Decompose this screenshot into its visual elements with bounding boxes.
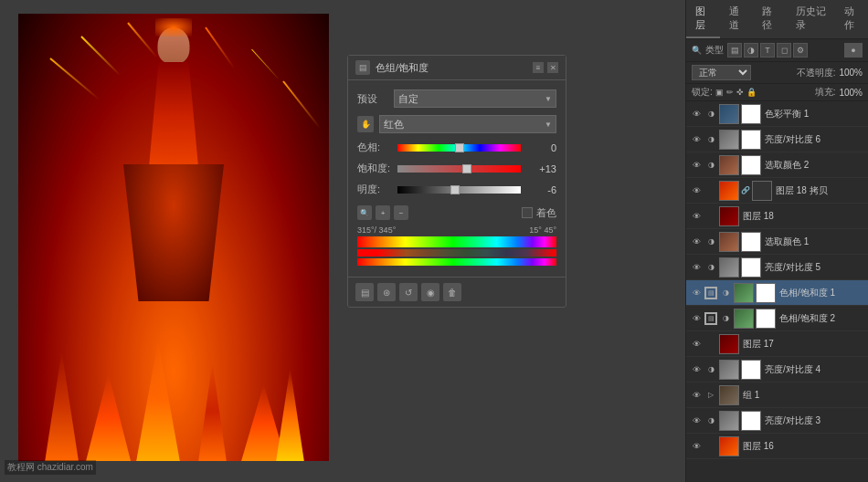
hue-value: 0 (524, 142, 556, 153)
delete-icon[interactable]: 🗑 (443, 283, 461, 301)
layer-item[interactable]: 👁 🔗 图层 18 拷贝 (686, 178, 868, 204)
fill-label: 填充: (815, 86, 836, 99)
layer-name: 亮度/对比度 4 (763, 363, 864, 376)
panel-controls[interactable]: ≡ ✕ (533, 62, 558, 73)
layer-thumbnail (719, 385, 739, 405)
preset-dropdown[interactable]: 自定 ▼ (394, 89, 556, 108)
saturation-row: 饱和度: +13 (357, 162, 556, 175)
layer-mask-thumbnail (741, 411, 761, 431)
eyedropper-minus-icon[interactable]: − (394, 205, 408, 220)
layer-eye-icon[interactable]: 👁 (690, 440, 703, 453)
layer-name: 图层 16 (741, 440, 864, 453)
panel-body: 预设 自定 ▼ ✋ 红色 ▼ 色相: (348, 80, 566, 277)
tab-channels[interactable]: 通道 (720, 0, 754, 38)
eye-icon[interactable]: ◉ (421, 283, 439, 301)
lock-transparent-icon[interactable]: ▣ (715, 88, 724, 97)
link-icon[interactable]: ⊛ (377, 283, 396, 301)
filter-toggle-btn[interactable]: ● (844, 43, 863, 58)
tab-actions[interactable]: 动作 (835, 0, 869, 38)
layer-eye-icon[interactable]: 👁 (690, 159, 703, 172)
layer-eye-icon[interactable]: 👁 (690, 236, 703, 248)
hue-slider-track[interactable] (397, 142, 521, 153)
layer-item[interactable]: 👁 ▷ 组 1 (686, 382, 868, 408)
lock-move-icon[interactable]: ✜ (736, 88, 744, 97)
layer-item[interactable]: 👁 ◑ 色彩平衡 1 (686, 101, 868, 127)
hand-tool-icon[interactable]: ✋ (357, 116, 374, 132)
canvas-area: ▤ 色组/饱和度 ≡ ✕ 预设 自定 ▼ ✋ 红色 (0, 0, 685, 482)
preset-value: 自定 (398, 92, 418, 106)
tab-history[interactable]: 历史记录 (787, 0, 835, 38)
colorize-checkbox[interactable] (522, 207, 533, 218)
layer-item[interactable]: 👁 图层 16 (686, 434, 868, 459)
layer-thumbnail (719, 411, 739, 431)
tab-layers[interactable]: 图层 (686, 0, 720, 38)
layer-eye-icon[interactable]: 👁 (690, 389, 703, 402)
saturation-slider-thumb[interactable] (462, 164, 471, 173)
layer-eye-icon[interactable]: 👁 (690, 108, 703, 120)
layer-name: 亮度/对比度 6 (763, 133, 864, 146)
hue-slider-thumb[interactable] (455, 143, 464, 152)
eyedropper-plus-icon[interactable]: + (376, 205, 390, 220)
layer-item[interactable]: 👁 图层 18 (686, 204, 868, 229)
panel-menu-btn[interactable]: ≡ (533, 62, 544, 73)
layer-eye-icon[interactable]: 👁 (690, 261, 703, 274)
channel-dropdown[interactable]: 红色 ▼ (379, 115, 556, 133)
layer-thumbnail (719, 206, 739, 226)
reset-icon[interactable]: ↺ (399, 283, 418, 301)
saturation-slider-track[interactable] (397, 163, 521, 174)
layer-item[interactable]: 👁 ◑ 选取颜色 2 (686, 152, 868, 178)
lock-paint-icon[interactable]: ✏ (726, 88, 734, 97)
color-range-header: 🔍 + − 着色 (357, 205, 556, 220)
layer-item[interactable]: 👁 图层 17 (686, 331, 868, 357)
layer-item[interactable]: 👁 ◑ 亮度/对比度 3 (686, 408, 868, 434)
preset-arrow-icon: ▼ (545, 95, 552, 103)
layer-item[interactable]: 👁 ◑ 亮度/对比度 5 (686, 255, 868, 280)
panel-type-icon: ▤ (355, 60, 370, 75)
layer-eye-icon[interactable]: 👁 (690, 363, 703, 376)
layer-item[interactable]: 👁 ◑ 选取颜色 1 (686, 229, 868, 255)
layer-eye-icon[interactable]: 👁 (690, 338, 703, 351)
layer-thumbnail (719, 436, 739, 456)
filter-text-btn[interactable]: T (760, 43, 775, 58)
blend-mode-row: 正常 不透明度: 100% (686, 62, 868, 84)
layer-item[interactable]: 👁 ◑ 亮度/对比度 6 (686, 127, 868, 152)
layer-type-icon: ◑ (719, 287, 732, 299)
layer-type-icon: ◑ (704, 261, 717, 274)
layer-name: 亮度/对比度 3 (763, 414, 864, 427)
lightness-slider-track[interactable] (397, 184, 521, 195)
canvas-image (18, 14, 329, 461)
filter-pixel-btn[interactable]: ▤ (727, 43, 742, 58)
colorize-label: 着色 (536, 206, 556, 220)
layer-eye-icon[interactable]: 👁 (690, 414, 703, 427)
panel-close-btn[interactable]: ✕ (547, 62, 558, 73)
layer-mask-thumbnail (741, 232, 761, 252)
layer-mask-thumbnail (741, 257, 761, 278)
blend-mode-dropdown[interactable]: 正常 (692, 65, 751, 80)
layer-eye-icon[interactable]: 👁 (690, 287, 703, 299)
eyedropper-icon[interactable]: 🔍 (357, 205, 372, 220)
filter-smart-btn[interactable]: ⚙ (793, 43, 808, 58)
layer-name: 图层 18 拷贝 (774, 184, 864, 197)
lightness-slider-thumb[interactable] (450, 185, 460, 194)
degree-left: 315°/ 345° (357, 225, 396, 235)
layer-eye-icon[interactable]: 👁 (690, 133, 703, 146)
woman-figure (119, 27, 228, 301)
lock-all-icon[interactable]: 🔒 (746, 88, 757, 97)
filter-adjust-btn[interactable]: ◑ (744, 43, 758, 58)
saturation-section: 饱和度: +13 (357, 162, 556, 175)
color-spectrum-bottom (357, 249, 556, 257)
layer-item[interactable]: 👁 ◑ 亮度/对比度 4 (686, 357, 868, 382)
filter-shape-btn[interactable]: ◻ (777, 43, 791, 58)
right-panel: 图层 通道 路径 历史记录 动作 🔍 类型 ▤ ◑ T ◻ ⚙ ● 正常 不透明… (685, 0, 868, 482)
tab-paths[interactable]: 路径 (753, 0, 787, 38)
preset-row: 预设 自定 ▼ (357, 89, 556, 108)
layer-item[interactable]: 👁 ▤ ◑ 色相/饱和度 1 (686, 280, 868, 306)
layer-thumbnail (734, 283, 754, 303)
layer-thumbnail (719, 181, 739, 201)
layer-item[interactable]: 👁 ▤ ◑ 色相/饱和度 2 (686, 306, 868, 331)
layer-eye-icon[interactable]: 👁 (690, 312, 703, 325)
layer-eye-icon[interactable]: 👁 (690, 184, 703, 197)
preset-label: 预设 (357, 92, 394, 106)
mask-icon[interactable]: ▤ (355, 283, 374, 301)
layer-eye-icon[interactable]: 👁 (690, 210, 703, 223)
